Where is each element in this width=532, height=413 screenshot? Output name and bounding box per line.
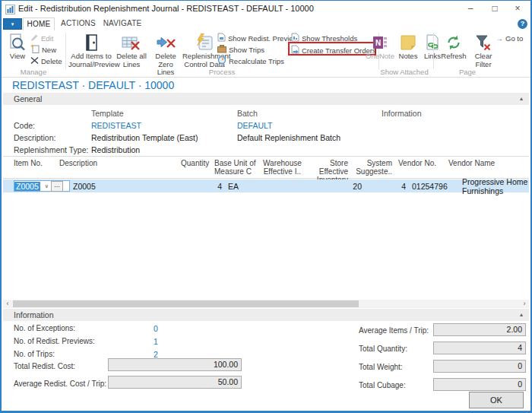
- column-header-quantity[interactable]: Quantity: [181, 159, 208, 167]
- new-button[interactable]: New: [30, 44, 56, 55]
- close-button[interactable]: ×: [506, 1, 529, 17]
- average-redist-cost-trip-field: 50.00: [108, 376, 242, 389]
- quantity-cell[interactable]: 4: [195, 182, 222, 191]
- titlebar: Edit - Redistribution Replenishment Jour…: [2, 1, 530, 17]
- clear-filter-icon: [470, 32, 496, 52]
- app-menu-button[interactable]: ▾: [3, 18, 22, 30]
- svg-text:N: N: [375, 39, 381, 47]
- no-of-exceptions-value[interactable]: 0: [154, 324, 158, 333]
- total-cubage-field: 0: [433, 378, 526, 391]
- replenishment-type-label: Replenishment Type:: [14, 145, 88, 154]
- item-no-value[interactable]: Z0005: [14, 182, 40, 191]
- description-template-value: Redistribution Template (East): [91, 133, 198, 142]
- edit-button[interactable]: Edit: [30, 33, 53, 43]
- column-header-vendor-name[interactable]: Vendor Name: [448, 159, 529, 167]
- window-title: Edit - Redistribution Replenishment Jour…: [18, 4, 314, 13]
- scrollbar-thumb[interactable]: [13, 300, 359, 307]
- add-items-button[interactable]: Add Items to Journal/Preview: [68, 32, 114, 68]
- tab-home[interactable]: HOME: [23, 17, 55, 30]
- column-batch: Batch: [237, 109, 258, 118]
- total-weight-field: 0: [433, 360, 526, 373]
- edit-icon: [30, 33, 39, 43]
- general-section-header[interactable]: General ▴: [3, 93, 529, 105]
- column-header-base-uom[interactable]: Base Unit of Measure C: [214, 159, 261, 176]
- tab-actions[interactable]: ACTIONS: [59, 17, 97, 30]
- ribbon-separator: [433, 33, 434, 69]
- refresh-icon: [439, 32, 468, 52]
- group-show-attached: Show Attached: [365, 68, 444, 76]
- information-section-header[interactable]: Information ▴: [3, 309, 529, 321]
- new-icon: [30, 44, 40, 55]
- total-cubage-label: Total Cubage:: [359, 381, 406, 389]
- collapse-icon[interactable]: ▴: [520, 309, 523, 321]
- minimize-button[interactable]: –: [459, 1, 482, 17]
- no-of-exceptions-label: No. of Exceptions:: [14, 324, 75, 332]
- store-effective-inventory-cell[interactable]: 20: [315, 182, 362, 191]
- clear-filter-button[interactable]: Clear Filter: [470, 32, 496, 68]
- collapse-icon[interactable]: ▴: [520, 93, 523, 105]
- scroll-right-icon[interactable]: ›: [520, 300, 529, 308]
- window: Edit - Redistribution Replenishment Jour…: [0, 0, 532, 413]
- create-transfer-orders-button[interactable]: Create Transfer Orders: [291, 45, 376, 56]
- maximize-button[interactable]: □: [483, 1, 506, 17]
- total-redist-cost-field: 100.00: [108, 358, 242, 371]
- delete-icon: [30, 56, 39, 66]
- show-trips-button[interactable]: Show Trips: [217, 44, 264, 55]
- base-uom-cell[interactable]: EA: [228, 182, 275, 191]
- vendor-name-cell[interactable]: Progressive Home Furnishings: [462, 177, 529, 195]
- vendor-no-cell[interactable]: 01254796: [412, 182, 456, 191]
- column-template: Template: [91, 109, 124, 118]
- page-title: REDISTEAST · DEFAULT · 10000: [12, 79, 174, 91]
- tab-navigate[interactable]: NAVIGATE: [100, 17, 144, 30]
- delete-zero-lines-icon: [149, 32, 182, 52]
- help-icon[interactable]: ?: [518, 19, 527, 29]
- group-process: Process: [68, 68, 375, 76]
- column-information: Information: [382, 109, 422, 118]
- code-batch-link[interactable]: DEFAULT: [237, 121, 272, 130]
- column-header-description[interactable]: Description: [59, 159, 181, 167]
- onenote-button[interactable]: N OneNote: [365, 32, 395, 61]
- recalculate-trips-icon: [217, 56, 226, 66]
- total-quantity-label: Total Quantity:: [359, 345, 407, 353]
- total-quantity-field: 4: [433, 342, 526, 354]
- item-no-cell[interactable]: Z0005 ∨ ...: [14, 180, 70, 192]
- view-icon: [5, 32, 30, 52]
- group-manage: Manage: [2, 68, 65, 76]
- chevron-down-icon[interactable]: ∨: [45, 183, 49, 189]
- no-of-redist-previews-label: No. of Redist. Previews:: [14, 337, 95, 345]
- create-transfer-orders-icon: [291, 45, 299, 56]
- notes-icon: [397, 32, 420, 52]
- description-batch-value: Default Replenishment Batch: [237, 133, 340, 142]
- delete-button[interactable]: Delete: [30, 56, 62, 66]
- no-of-trips-label: No. of Trips:: [14, 350, 55, 358]
- view-button[interactable]: View: [5, 32, 30, 61]
- code-template-link[interactable]: REDISTEAST: [91, 121, 141, 130]
- table-header: Item No. Description Quantity Base Unit …: [3, 156, 529, 179]
- notes-button[interactable]: Notes: [397, 32, 420, 61]
- table-row[interactable]: Z0005 ∨ ... Z0005 4 EA 20 4 01254796 Pro…: [3, 179, 529, 192]
- system-suggested-cell[interactable]: 4: [362, 182, 406, 191]
- column-header-item-no[interactable]: Item No.: [14, 159, 59, 167]
- recalculate-trips-button[interactable]: Recalculate Trips: [217, 56, 284, 66]
- replenishment-type-value: Redistribution: [91, 145, 140, 154]
- go-to-button[interactable]: → Go to: [496, 33, 523, 43]
- delete-all-lines-icon: [116, 32, 147, 52]
- total-weight-label: Total Weight:: [359, 363, 403, 371]
- refresh-button[interactable]: Refresh: [439, 32, 468, 61]
- description-cell[interactable]: Z0005: [73, 182, 195, 191]
- average-items-trip-label: Average Items / Trip:: [359, 326, 429, 335]
- column-header-vendor-no[interactable]: Vendor No.: [398, 159, 442, 167]
- assist-edit-button[interactable]: ...: [51, 181, 63, 192]
- ok-button[interactable]: OK: [469, 392, 524, 408]
- no-of-redist-previews-value[interactable]: 1: [154, 337, 158, 346]
- horizontal-scrollbar[interactable]: ‹ ›: [3, 300, 529, 308]
- column-header-system-suggested[interactable]: System Suggeste..: [348, 159, 392, 176]
- description-label: Description:: [14, 133, 55, 142]
- column-header-warehouse[interactable]: Warehouse Effective I..: [263, 159, 301, 176]
- scroll-left-icon[interactable]: ‹: [3, 300, 12, 308]
- show-redist-preview-button[interactable]: Show Redist. Preview: [217, 33, 298, 43]
- ribbon-separator: [65, 33, 66, 69]
- show-redist-preview-icon: [217, 33, 226, 43]
- show-trips-icon: [217, 44, 226, 55]
- delete-all-lines-button[interactable]: Delete all Lines: [116, 32, 147, 68]
